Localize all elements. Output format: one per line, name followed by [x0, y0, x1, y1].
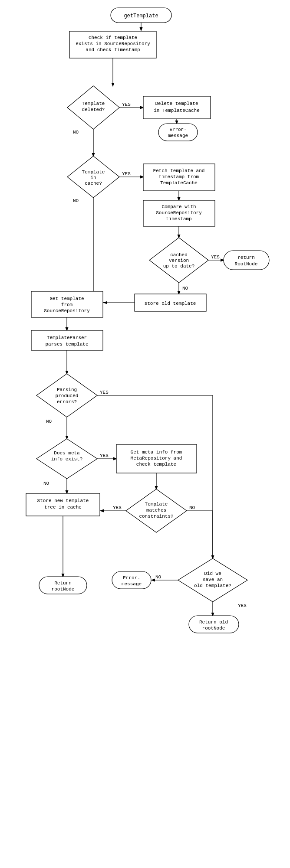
svg-text:parses template: parses template — [45, 342, 88, 347]
svg-text:Get meta info from: Get meta info from — [131, 450, 182, 455]
svg-text:store old template: store old template — [145, 301, 196, 306]
svg-text:message: message — [122, 581, 142, 587]
svg-text:MetaRepository and: MetaRepository and — [131, 456, 182, 461]
svg-text:Compare with: Compare with — [161, 204, 196, 209]
svg-text:cached: cached — [170, 252, 188, 258]
svg-text:YES: YES — [211, 255, 220, 260]
svg-text:timestamp from: timestamp from — [159, 174, 199, 179]
svg-text:Delete template: Delete template — [155, 101, 198, 106]
svg-text:timestamp: timestamp — [166, 216, 191, 222]
svg-text:NO: NO — [73, 130, 79, 135]
svg-text:in TemplateCache: in TemplateCache — [154, 108, 200, 113]
svg-text:SourceRepository: SourceRepository — [156, 210, 202, 215]
svg-text:NO: NO — [46, 419, 52, 424]
svg-text:check template: check template — [136, 462, 176, 467]
svg-rect-17 — [158, 124, 198, 141]
svg-text:NO: NO — [43, 481, 49, 486]
svg-text:NO: NO — [182, 286, 188, 291]
svg-text:Return: Return — [54, 581, 72, 586]
svg-text:YES: YES — [113, 505, 122, 510]
svg-text:getTemplate: getTemplate — [124, 13, 158, 19]
svg-text:version: version — [169, 258, 189, 263]
svg-text:Check if template: Check if template — [89, 35, 137, 40]
svg-rect-13 — [143, 96, 211, 119]
flowchart-container: getTemplate Check if template exists in … — [0, 0, 290, 868]
svg-text:save an: save an — [203, 577, 223, 582]
svg-text:Get template: Get template — [49, 296, 84, 301]
svg-text:old template?: old template? — [194, 583, 231, 588]
svg-text:Template: Template — [82, 101, 105, 106]
svg-text:errors?: errors? — [57, 399, 77, 405]
svg-text:in: in — [90, 175, 96, 180]
svg-text:TemplateParser: TemplateParser — [47, 335, 87, 340]
svg-text:YES: YES — [100, 390, 109, 395]
svg-text:YES: YES — [122, 171, 131, 176]
svg-text:YES: YES — [100, 453, 109, 458]
svg-text:produced: produced — [56, 393, 79, 398]
svg-rect-44 — [224, 251, 269, 270]
svg-text:Template: Template — [82, 170, 105, 175]
svg-text:message: message — [168, 133, 188, 138]
svg-text:return: return — [237, 255, 255, 260]
svg-text:Return old: Return old — [199, 620, 228, 625]
svg-text:Error-: Error- — [169, 127, 187, 132]
svg-text:YES: YES — [122, 102, 131, 107]
svg-text:RootNode: RootNode — [235, 261, 258, 267]
svg-text:TemplateCache: TemplateCache — [160, 180, 198, 186]
svg-text:Parsing: Parsing — [57, 387, 77, 392]
svg-text:YES: YES — [238, 603, 247, 608]
flowchart-svg: getTemplate Check if template exists in … — [0, 0, 290, 868]
svg-text:cache?: cache? — [85, 181, 102, 186]
svg-text:info exist?: info exist? — [51, 457, 83, 462]
svg-text:NO: NO — [73, 198, 79, 203]
svg-text:exists in SourceRepository: exists in SourceRepository — [76, 41, 150, 46]
svg-text:Store new template: Store new template — [37, 498, 89, 503]
svg-text:matches: matches — [146, 508, 166, 513]
svg-rect-60 — [31, 330, 103, 350]
svg-text:and check timestamp: and check timestamp — [86, 47, 140, 52]
svg-text:from: from — [61, 302, 73, 307]
svg-text:up to date?: up to date? — [163, 264, 195, 269]
svg-text:Does meta: Does meta — [54, 450, 80, 456]
svg-text:SourceRepository: SourceRepository — [44, 308, 90, 313]
svg-text:deleted?: deleted? — [82, 107, 105, 112]
svg-text:NO: NO — [189, 505, 195, 510]
svg-text:Template: Template — [145, 502, 168, 507]
svg-text:NO: NO — [155, 574, 161, 580]
svg-text:Fetch template and: Fetch template and — [153, 168, 205, 173]
svg-text:tree in cache: tree in cache — [44, 505, 82, 510]
svg-text:Did we: Did we — [204, 571, 221, 576]
svg-text:rootNode: rootNode — [52, 587, 75, 592]
svg-text:Error-: Error- — [123, 575, 140, 581]
svg-text:rootNode: rootNode — [202, 626, 225, 631]
svg-text:constraints?: constraints? — [139, 514, 173, 519]
